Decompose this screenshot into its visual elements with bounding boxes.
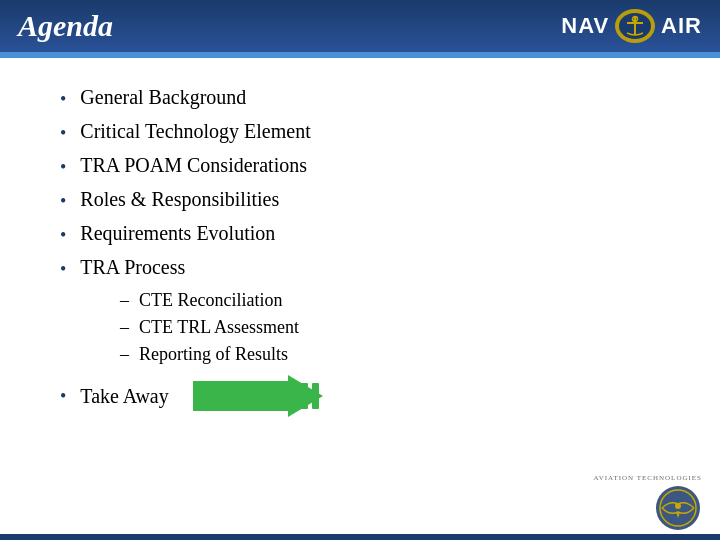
sub-bullet-list: – CTE Reconciliation – CTE TRL Assessmen… xyxy=(120,290,660,365)
list-item: • Roles & Responsibilities xyxy=(60,188,660,212)
page-title: Agenda xyxy=(18,9,113,43)
navair-logo: NAV AIR xyxy=(561,7,702,45)
arrow-svg xyxy=(193,375,323,417)
sub-list-item-text: Reporting of Results xyxy=(139,344,288,365)
list-item: • Critical Technology Element xyxy=(60,120,660,144)
footer: AVIATION TECHNOLOGIES xyxy=(594,474,702,532)
sub-list-item: – CTE TRL Assessment xyxy=(120,317,660,338)
footer-company-text: AVIATION TECHNOLOGIES xyxy=(594,474,702,482)
logo-suffix: AIR xyxy=(661,13,702,39)
dash-icon: – xyxy=(120,344,129,365)
logo-text: NAV xyxy=(561,13,609,39)
main-bullet-list: • General Background • Critical Technolo… xyxy=(60,86,660,280)
list-item-text: Requirements Evolution xyxy=(80,222,275,245)
sub-list-item: – CTE Reconciliation xyxy=(120,290,660,311)
bullet-icon: • xyxy=(60,123,66,144)
list-item-text: Critical Technology Element xyxy=(80,120,310,143)
take-away-arrow-icon xyxy=(193,375,323,417)
dash-icon: – xyxy=(120,290,129,311)
list-item: • Requirements Evolution xyxy=(60,222,660,246)
main-content: • General Background • Critical Technolo… xyxy=(0,58,720,437)
list-item: • General Background xyxy=(60,86,660,110)
list-item-text: General Background xyxy=(80,86,246,109)
svg-rect-6 xyxy=(301,383,308,409)
take-away-bullet: • xyxy=(60,386,66,407)
bullet-icon: • xyxy=(60,89,66,110)
list-item: • TRA POAM Considerations xyxy=(60,154,660,178)
svg-point-10 xyxy=(675,503,681,509)
dash-icon: – xyxy=(120,317,129,338)
bottom-stripe xyxy=(0,534,720,540)
list-item-text: TRA Process xyxy=(80,256,185,279)
sub-list-item-text: CTE Reconciliation xyxy=(139,290,282,311)
list-item-text: Roles & Responsibilities xyxy=(80,188,279,211)
header: Agenda NAV AIR xyxy=(0,0,720,52)
bullet-icon: • xyxy=(60,259,66,280)
sub-list-item-text: CTE TRL Assessment xyxy=(139,317,299,338)
svg-rect-7 xyxy=(312,383,319,409)
bullet-icon: • xyxy=(60,157,66,178)
sub-list-item: – Reporting of Results xyxy=(120,344,660,365)
eagle-emblem-icon xyxy=(654,484,702,532)
navair-emblem-icon xyxy=(613,7,657,45)
list-item: • TRA Process xyxy=(60,256,660,280)
bullet-icon: • xyxy=(60,225,66,246)
bullet-icon: • xyxy=(60,191,66,212)
take-away-label: Take Away xyxy=(80,385,168,408)
list-item-text: TRA POAM Considerations xyxy=(80,154,307,177)
